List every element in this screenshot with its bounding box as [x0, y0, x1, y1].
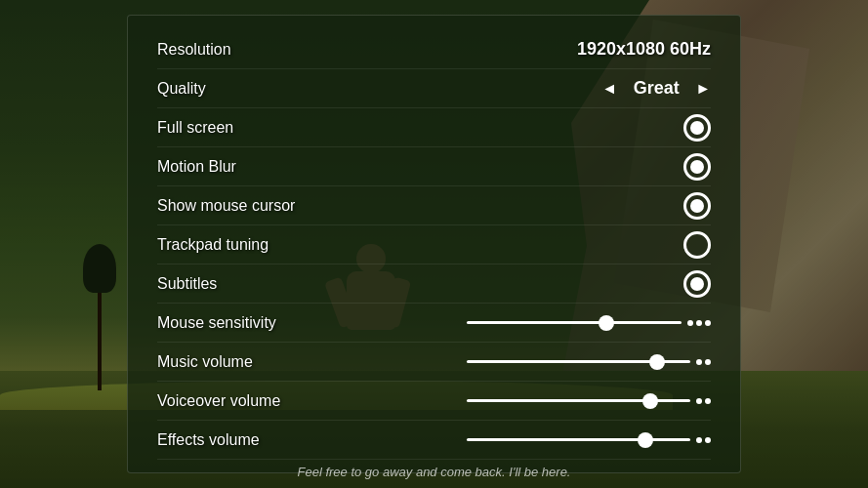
subtitles-radio [683, 270, 711, 298]
quality-label: Quality [157, 80, 352, 98]
musicvolume-slider-container [467, 359, 711, 365]
settings-panel: Resolution 1920x1080 60Hz Quality ◄ Grea… [127, 15, 741, 473]
mousesensitivity-thumb[interactable] [599, 315, 614, 331]
musicvolume-thumb[interactable] [649, 354, 665, 370]
mousesensitivity-end [687, 320, 711, 326]
mousesensitivity-slider[interactable] [467, 320, 711, 326]
quality-arrow-left[interactable]: ◄ [601, 80, 617, 98]
motionblur-row: Motion Blur [157, 147, 711, 186]
voiceovervolume-row: Voiceover volume [157, 382, 711, 421]
resolution-value: 1920x1080 60Hz [577, 39, 711, 60]
mousecursor-radio [683, 192, 711, 220]
mousesensitivity-label: Mouse sensitivity [157, 314, 352, 332]
musicvolume-label: Music volume [157, 353, 352, 371]
trackpad-radio [683, 231, 711, 259]
effectsvolume-slider-container [467, 437, 711, 443]
motionblur-radio-button[interactable] [683, 153, 711, 181]
dot2 [696, 320, 702, 326]
quality-value: Great [627, 78, 685, 99]
fullscreen-label: Full screen [157, 119, 352, 137]
motionblur-radio [683, 153, 711, 181]
mousesensitivity-slider-container [467, 320, 711, 326]
trackpad-row: Trackpad tuning [157, 225, 711, 264]
effectsvolume-slider[interactable] [467, 437, 711, 443]
tagline: Feel free to go away and come back. I'll… [157, 460, 711, 484]
voiceovervolume-end [696, 398, 711, 404]
voiceovervolume-track [467, 399, 690, 402]
quality-row: Quality ◄ Great ► [157, 69, 711, 108]
subtitles-radio-button[interactable] [683, 270, 711, 298]
resolution-row: Resolution 1920x1080 60Hz [157, 30, 711, 69]
fullscreen-row: Full screen [157, 108, 711, 147]
dot3 [705, 320, 711, 326]
effectsvolume-row: Effects volume [157, 421, 711, 460]
voiceovervolume-label: Voiceover volume [157, 392, 352, 410]
motionblur-label: Motion Blur [157, 158, 352, 176]
dot2 [705, 398, 711, 404]
dot1 [696, 437, 702, 443]
trackpad-label: Trackpad tuning [157, 236, 352, 254]
fullscreen-radio [683, 114, 711, 142]
mousecursor-radio-button[interactable] [683, 192, 711, 220]
quality-arrow-right[interactable]: ► [695, 80, 711, 98]
dot2 [705, 359, 711, 365]
effectsvolume-thumb[interactable] [638, 432, 653, 448]
dot2 [705, 437, 711, 443]
resolution-label: Resolution [157, 41, 352, 59]
effectsvolume-track [467, 438, 690, 441]
dot1 [687, 320, 693, 326]
effectsvolume-end [696, 437, 711, 443]
dot1 [696, 359, 702, 365]
musicvolume-row: Music volume [157, 343, 711, 382]
fullscreen-radio-button[interactable] [683, 114, 711, 142]
musicvolume-slider[interactable] [467, 359, 711, 365]
mousecursor-row: Show mouse cursor [157, 186, 711, 225]
subtitles-label: Subtitles [157, 275, 352, 293]
subtitles-row: Subtitles [157, 264, 711, 304]
voiceovervolume-slider[interactable] [467, 398, 711, 404]
mousecursor-label: Show mouse cursor [157, 197, 352, 215]
musicvolume-end [696, 359, 711, 365]
resolution-text: 1920x1080 60Hz [577, 39, 711, 60]
dot1 [696, 398, 702, 404]
voiceovervolume-slider-container [467, 398, 711, 404]
bottom-buttons: Resume Quit [157, 484, 711, 488]
trackpad-radio-button[interactable] [683, 231, 711, 259]
voiceovervolume-thumb[interactable] [642, 393, 658, 409]
musicvolume-track [467, 360, 690, 363]
quality-selector: ◄ Great ► [601, 78, 711, 99]
effectsvolume-label: Effects volume [157, 431, 352, 449]
mousesensitivity-track [467, 321, 682, 324]
mousesensitivity-row: Mouse sensitivity [157, 304, 711, 343]
